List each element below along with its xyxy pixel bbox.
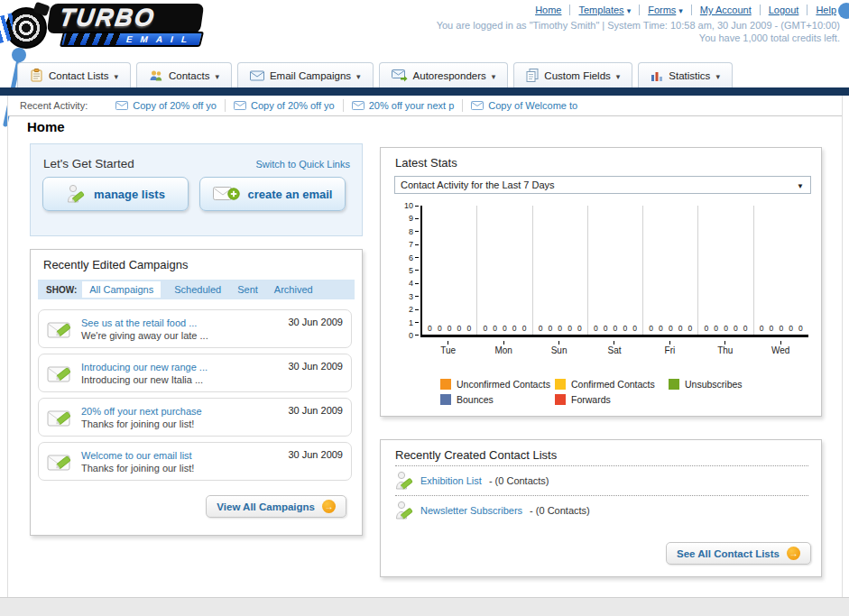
envelope-icon xyxy=(115,101,128,110)
filter-all-campaigns[interactable]: All Campaigns xyxy=(82,281,161,298)
header-link-templates[interactable]: Templates xyxy=(578,5,623,15)
logo-text: TURBO EMAIL xyxy=(49,4,202,47)
tab-email-campaigns[interactable]: Email Campaigns xyxy=(237,62,374,87)
filter-scheduled[interactable]: Scheduled xyxy=(174,284,221,295)
campaign-title-link[interactable]: Welcome to our email list xyxy=(81,449,194,462)
chevron-down-icon xyxy=(215,70,219,81)
chevron-down-icon xyxy=(356,70,361,81)
tab-contact-lists[interactable]: Contact Lists xyxy=(17,62,131,87)
stats-panel-title: Latest Stats xyxy=(395,156,457,170)
data-point-value: 0 xyxy=(779,324,783,333)
legend-swatch-forwards xyxy=(555,394,566,405)
legend-swatch-confirmed xyxy=(555,379,566,390)
chart-day-column: 00000 xyxy=(643,206,698,335)
data-point-value: 0 xyxy=(789,324,793,333)
campaign-card[interactable]: See us at the retail food ... We're givi… xyxy=(38,309,352,348)
tab-autoresponders[interactable]: Autoresponders xyxy=(379,62,509,87)
tab-label: Contacts xyxy=(169,70,209,81)
recent-activity-link[interactable]: Copy of 20% off yo xyxy=(133,100,217,111)
data-point-value: 0 xyxy=(457,324,462,333)
view-all-campaigns-label: View All Campaigns xyxy=(217,501,315,512)
tab-label: Email Campaigns xyxy=(270,70,351,81)
legend-item: Confirmed Contacts xyxy=(555,379,669,390)
data-point-value: 0 xyxy=(466,324,471,333)
orange-arrow-icon xyxy=(322,500,336,513)
data-point-value: 0 xyxy=(604,324,608,333)
filter-sent[interactable]: Sent xyxy=(237,284,258,295)
x-axis-label: Wed xyxy=(753,341,808,355)
chart-legend: Unconfirmed Contacts Confirmed Contacts … xyxy=(440,379,812,409)
header-link-logout[interactable]: Logout xyxy=(769,5,799,15)
tab-label: Custom Fields xyxy=(544,70,611,81)
contact-list-link[interactable]: Newsletter Subscribers xyxy=(420,505,522,516)
tab-contacts[interactable]: Contacts xyxy=(136,62,232,87)
turbo-email-logo: TURBO EMAIL xyxy=(5,4,202,49)
create-email-button[interactable]: create an email xyxy=(199,177,346,211)
recent-activity-link[interactable]: Copy of 20% off yo xyxy=(251,100,335,111)
manage-lists-label: manage lists xyxy=(94,188,165,201)
filter-archived[interactable]: Archived xyxy=(274,284,313,295)
campaign-card[interactable]: 20% off your next purchase Thanks for jo… xyxy=(38,398,352,437)
latest-stats-panel: Latest Stats Contact Activity for the La… xyxy=(380,147,822,417)
switch-to-quick-links[interactable]: Switch to Quick Links xyxy=(255,159,350,170)
legend-swatch-unsubscribes xyxy=(669,379,679,390)
stats-report-dropdown[interactable]: Contact Activity for the Last 7 Days xyxy=(394,176,811,194)
legend-swatch-unconfirmed xyxy=(440,379,451,390)
data-point-value: 0 xyxy=(548,324,552,333)
recent-activity-link[interactable]: Copy of Welcome to xyxy=(488,100,577,111)
envelope-pencil-icon xyxy=(47,363,74,384)
turbine-icon xyxy=(5,7,47,49)
y-axis-tick-label: 0 xyxy=(409,332,419,339)
recent-activity-item: Copy of 20% off yo xyxy=(225,99,343,112)
get-started-title: Let's Get Started xyxy=(43,157,134,170)
data-point-value: 0 xyxy=(678,324,683,333)
campaign-title-link[interactable]: See us at the retail food ... xyxy=(81,317,208,329)
see-all-contact-lists-label: See All Contact Lists xyxy=(677,548,780,559)
data-point-value: 0 xyxy=(659,324,663,333)
y-axis-tick-label: 1 xyxy=(409,319,419,326)
chevron-down-icon xyxy=(678,5,683,15)
data-point-value: 0 xyxy=(503,324,507,333)
campaigns-panel-title: Recently Edited Campaigns xyxy=(43,258,188,271)
envelope-icon xyxy=(471,101,484,110)
header-link-help[interactable]: Help xyxy=(816,5,836,15)
header-link-my-account[interactable]: My Account xyxy=(700,5,752,15)
header-link-home[interactable]: Home xyxy=(535,5,561,15)
campaign-title-link[interactable]: Introducing our new range ... xyxy=(81,361,208,373)
campaign-card[interactable]: Welcome to our email list Thanks for joi… xyxy=(38,442,352,481)
orange-arrow-icon xyxy=(787,547,800,560)
campaign-card[interactable]: Introducing our new range ... Introducin… xyxy=(38,354,352,392)
person-pencil-icon xyxy=(66,184,86,204)
manage-lists-button[interactable]: manage lists xyxy=(42,177,189,211)
header-links: Home Templates Forms My Account Logout H… xyxy=(535,5,836,15)
header-link-forms[interactable]: Forms xyxy=(648,5,676,15)
recent-activity-item: 20% off your next p xyxy=(343,99,463,112)
x-axis-label: Mon xyxy=(475,341,531,355)
data-point-value: 0 xyxy=(568,324,572,333)
data-point-value: 0 xyxy=(483,324,487,333)
view-all-campaigns-button[interactable]: View All Campaigns xyxy=(206,495,346,518)
data-point-value: 0 xyxy=(705,324,709,333)
campaign-subtitle: Thanks for joining our list! xyxy=(81,463,194,473)
contact-list-link[interactable]: Exhibition List xyxy=(420,475,482,486)
recently-edited-campaigns-panel: Recently Edited Campaigns SHOW: All Camp… xyxy=(30,249,363,536)
recent-activity-link[interactable]: 20% off your next p xyxy=(369,100,455,111)
person-pencil-icon xyxy=(395,471,413,491)
x-axis-label: Thu xyxy=(697,341,752,355)
show-label: SHOW: xyxy=(46,285,77,295)
campaign-title-link[interactable]: 20% off your next purchase xyxy=(81,405,202,418)
data-point-value: 0 xyxy=(614,324,618,333)
chart-day-column: 00000 xyxy=(698,206,753,335)
campaign-subtitle: Introducing our new Italia ... xyxy=(81,374,203,385)
contact-list-item: Newsletter Subscribers - (0 Contacts) xyxy=(395,495,808,525)
data-point-value: 0 xyxy=(522,324,527,333)
get-started-panel: Let's Get Started Switch to Quick Links … xyxy=(30,143,363,236)
tab-custom-fields[interactable]: Custom Fields xyxy=(513,62,632,87)
see-all-contact-lists-button[interactable]: See All Contact Lists xyxy=(666,542,811,565)
data-point-value: 0 xyxy=(594,324,598,333)
campaign-subtitle: Thanks for joining our list! xyxy=(81,418,194,429)
chevron-down-icon xyxy=(616,70,621,81)
tab-statistics[interactable]: Statistics xyxy=(638,62,733,87)
data-point-value: 0 xyxy=(428,324,432,333)
contact-list-count: - (0 Contacts) xyxy=(530,505,590,516)
